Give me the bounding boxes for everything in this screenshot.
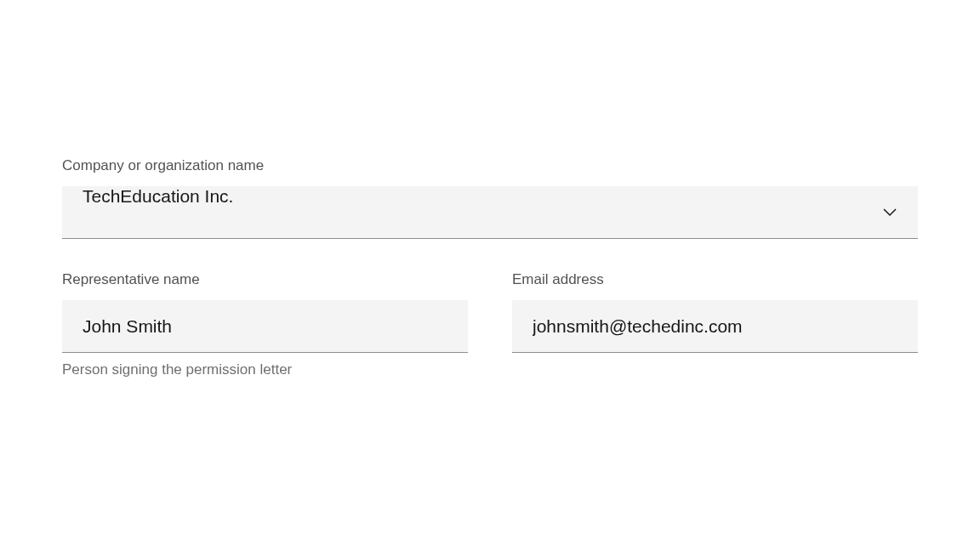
company-dropdown[interactable]: TechEducation Inc. <box>62 186 918 239</box>
representative-label: Representative name <box>62 271 468 288</box>
chevron-down-icon <box>882 205 897 220</box>
email-input[interactable] <box>533 300 897 352</box>
email-label: Email address <box>512 271 918 288</box>
company-field-group: Company or organization name TechEducati… <box>62 157 918 239</box>
representative-input-wrapper <box>62 300 468 353</box>
form-container: Company or organization name TechEducati… <box>62 157 918 411</box>
company-label: Company or organization name <box>62 157 918 174</box>
email-input-wrapper <box>512 300 918 353</box>
representative-helper: Person signing the permission letter <box>62 361 468 378</box>
representative-field-group: Representative name Person signing the p… <box>62 271 468 378</box>
representative-input[interactable] <box>83 300 447 352</box>
form-row: Representative name Person signing the p… <box>62 271 918 411</box>
company-dropdown-value: TechEducation Inc. <box>83 186 897 238</box>
email-field-group: Email address <box>512 271 918 378</box>
